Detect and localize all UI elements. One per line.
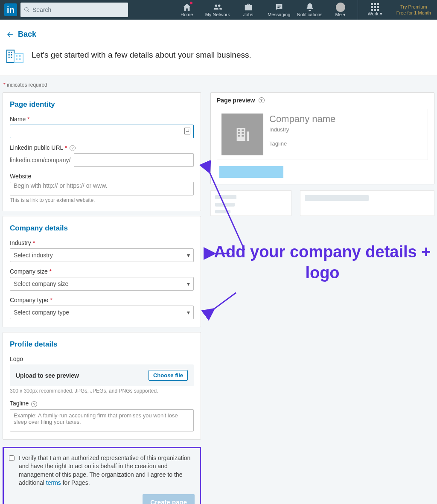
chevron-down-icon: ▾ bbox=[187, 280, 190, 287]
chevron-down-icon: ▾ bbox=[187, 309, 190, 316]
nav-me[interactable]: Me ▾ bbox=[325, 0, 356, 20]
svg-line-14 bbox=[207, 293, 236, 314]
intro-row: Let's get started with a few details abo… bbox=[0, 47, 437, 76]
page-identity-card: Page identity Name * LinkedIn public URL… bbox=[3, 92, 201, 211]
svg-rect-2 bbox=[11, 52, 12, 53]
skeleton-row bbox=[210, 190, 434, 216]
terms-link[interactable]: terms bbox=[46, 479, 61, 486]
size-select[interactable]: Select company size▾ bbox=[10, 277, 194, 291]
help-icon[interactable]: ? bbox=[31, 401, 37, 407]
preview-info: Company name Industry Tagline bbox=[269, 114, 335, 155]
chevron-down-icon: ▾ bbox=[187, 252, 190, 259]
preview-tagline: Tagline bbox=[269, 140, 335, 147]
skeleton-card bbox=[300, 190, 434, 216]
company-details-title: Company details bbox=[10, 224, 194, 233]
type-select[interactable]: Select company type▾ bbox=[10, 306, 194, 319]
svg-rect-0 bbox=[7, 50, 14, 63]
subheader: Back bbox=[0, 20, 437, 47]
size-label: Company size * bbox=[10, 268, 194, 275]
premium-line1: Try Premium bbox=[396, 4, 431, 10]
required-note: * indicates required bbox=[3, 80, 434, 92]
right-column: Page preview ? Company name Industry Tag… bbox=[210, 92, 434, 284]
top-nav: in Search Home My Network Jobs Messaging… bbox=[0, 0, 437, 20]
url-input[interactable] bbox=[74, 153, 194, 167]
type-label: Company type * bbox=[10, 297, 194, 303]
network-icon bbox=[213, 3, 222, 12]
search-input[interactable]: Search bbox=[20, 3, 128, 17]
nav-network-label: My Network bbox=[205, 12, 230, 17]
annotation-text: Add your company details + logo bbox=[210, 242, 434, 284]
choose-file-button[interactable]: Choose file bbox=[149, 370, 188, 381]
logo-placeholder bbox=[221, 114, 263, 155]
page-preview-card: Page preview ? Company name Industry Tag… bbox=[210, 92, 434, 184]
business-icon bbox=[6, 47, 26, 64]
verify-checkbox[interactable] bbox=[9, 454, 15, 462]
industry-label: Industry * bbox=[10, 239, 194, 246]
linkedin-logo[interactable]: in bbox=[4, 3, 17, 16]
back-button[interactable]: Back bbox=[6, 30, 36, 39]
nav-network[interactable]: My Network bbox=[202, 0, 233, 20]
profile-details-title: Profile details bbox=[10, 340, 194, 349]
contact-card-icon bbox=[184, 128, 190, 134]
website-label: Website bbox=[10, 173, 194, 180]
svg-rect-5 bbox=[9, 57, 10, 58]
svg-rect-8 bbox=[16, 55, 17, 57]
annotation: Add your company details + logo bbox=[210, 242, 434, 284]
name-label: Name * bbox=[10, 116, 194, 122]
company-details-card: Company details Industry * Select indust… bbox=[3, 216, 201, 327]
url-prefix: linkedin.com/company/ bbox=[10, 157, 70, 163]
grid-icon bbox=[371, 3, 379, 11]
url-label: LinkedIn public URL * ? bbox=[10, 144, 194, 151]
bell-icon bbox=[305, 3, 315, 12]
preview-body: Company name Industry Tagline bbox=[217, 109, 428, 160]
nav-work-label: Work ▾ bbox=[367, 11, 382, 17]
intro-text: Let's get started with a few details abo… bbox=[32, 50, 251, 60]
svg-rect-9 bbox=[19, 55, 21, 57]
premium-line2: Free for 1 Month bbox=[396, 10, 431, 16]
premium-link[interactable]: Try Premium Free for 1 Month bbox=[390, 0, 437, 20]
verify-box: I verify that I am an authorized represe… bbox=[3, 447, 201, 504]
create-page-button[interactable]: Create page bbox=[143, 494, 195, 504]
name-input[interactable] bbox=[10, 125, 194, 138]
help-icon[interactable]: ? bbox=[259, 97, 265, 103]
profile-details-card: Profile details Logo Upload to see previ… bbox=[3, 332, 201, 439]
nav-messaging[interactable]: Messaging bbox=[264, 0, 294, 20]
jobs-icon bbox=[244, 3, 253, 12]
svg-rect-10 bbox=[16, 58, 17, 60]
svg-rect-1 bbox=[9, 52, 10, 53]
nav-work[interactable]: Work ▾ bbox=[360, 0, 390, 20]
tagline-label: Tagline ? bbox=[10, 400, 194, 407]
nav-jobs-label: Jobs bbox=[243, 12, 253, 17]
tagline-input[interactable]: Example: A family-run accounting firm th… bbox=[10, 409, 194, 431]
svg-rect-3 bbox=[9, 54, 10, 55]
logo-label: Logo bbox=[10, 355, 194, 362]
svg-rect-7 bbox=[14, 53, 23, 62]
nav-me-label: Me ▾ bbox=[335, 12, 346, 17]
nav-jobs[interactable]: Jobs bbox=[233, 0, 264, 20]
search-placeholder: Search bbox=[32, 6, 51, 13]
nav-home[interactable]: Home bbox=[172, 0, 202, 20]
website-input[interactable]: Begin with http:// or https:// or www. bbox=[10, 182, 194, 195]
arrow-left-icon bbox=[6, 30, 15, 39]
left-column: Page identity Name * LinkedIn public URL… bbox=[3, 92, 201, 504]
nav-divider bbox=[358, 0, 358, 20]
messaging-icon bbox=[274, 3, 284, 12]
search-icon bbox=[24, 7, 30, 13]
svg-rect-11 bbox=[19, 58, 21, 60]
website-hint: This is a link to your external website. bbox=[10, 197, 194, 203]
nav-messaging-label: Messaging bbox=[268, 12, 290, 17]
industry-select[interactable]: Select industry▾ bbox=[10, 248, 194, 262]
back-label: Back bbox=[18, 30, 36, 39]
upload-row: Upload to see preview Choose file bbox=[10, 364, 194, 386]
content-area: * indicates required Page identity Name … bbox=[0, 76, 437, 504]
help-icon[interactable]: ? bbox=[70, 145, 76, 151]
upload-label: Upload to see preview bbox=[16, 372, 79, 379]
svg-rect-6 bbox=[11, 57, 12, 58]
preview-industry: Industry bbox=[269, 126, 335, 133]
nav-notifications-label: Notifications bbox=[297, 12, 323, 17]
preview-button-placeholder bbox=[219, 166, 283, 178]
svg-rect-4 bbox=[11, 54, 12, 55]
verify-text: I verify that I am an authorized represe… bbox=[19, 454, 195, 487]
upload-hint: 300 x 300px recommended. JPGs, JPEGs, an… bbox=[10, 388, 194, 394]
nav-notifications[interactable]: Notifications bbox=[294, 0, 325, 20]
